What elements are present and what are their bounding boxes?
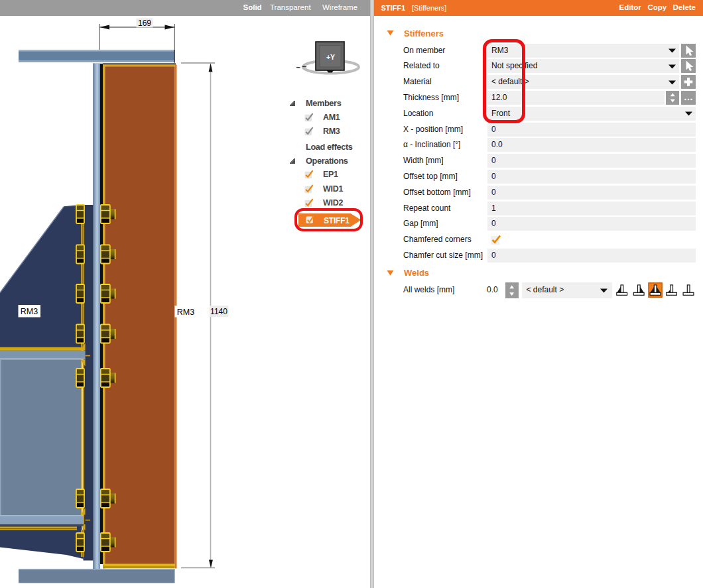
- svg-text:RM3: RM3: [21, 307, 38, 316]
- svg-text:RM3: RM3: [177, 308, 194, 317]
- svg-text:1140: 1140: [210, 307, 227, 316]
